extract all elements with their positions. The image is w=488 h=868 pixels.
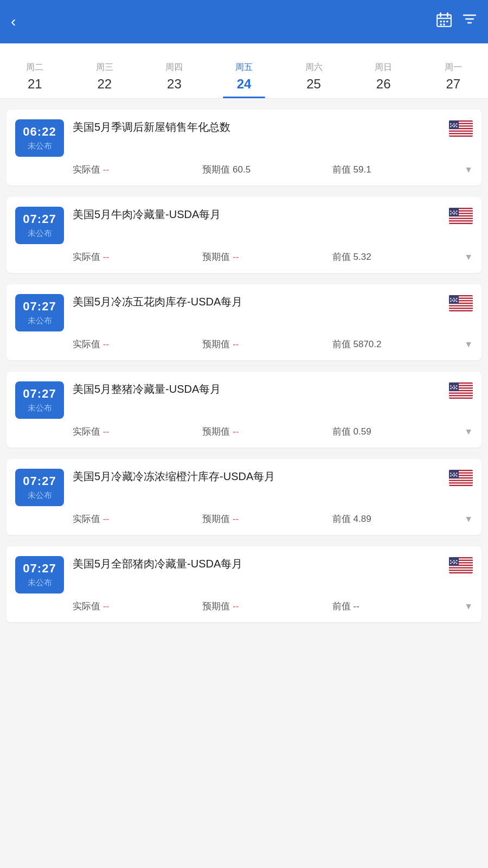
event-title-area: 美国5月冷藏冷冻浓缩橙汁库存-USDA每月 ★★★ ★★★ ★★ — [73, 469, 473, 486]
prev-value: 前值 -- — [332, 600, 462, 612]
us-flag-icon: ★★★ ★★★ ★★ — [449, 120, 473, 137]
event-card: 07:27 未公布 美国5月全部猪肉冷藏量-USDA每月 ★★★ ★★★ ★★ — [7, 546, 481, 622]
week-day-27[interactable]: 周一 27 — [418, 56, 488, 98]
us-flag-icon: ★★★ ★★★ ★★ — [449, 208, 473, 224]
event-status: 未公布 — [28, 403, 52, 413]
event-bottom: 实际值 -- 预期值 -- 前值 -- ▼ — [73, 600, 473, 612]
expected-value: 预期值 -- — [202, 425, 332, 438]
svg-rect-70 — [449, 571, 473, 572]
event-top: 07:27 未公布 美国5月冷藏冷冻浓缩橙汁库存-USDA每月 ★★★ ★★★ … — [15, 469, 473, 506]
event-status: 未公布 — [28, 490, 52, 501]
event-time-block: 07:27 未公布 — [15, 294, 64, 331]
actual-value: 实际值 -- — [73, 338, 202, 350]
expected-value: 预期值 -- — [202, 251, 332, 263]
event-card: 07:27 未公布 美国5月牛肉冷藏量-USDA每月 ★★★ ★★★ ★★ — [7, 197, 481, 273]
month-label — [0, 43, 488, 56]
day-name: 周六 — [305, 62, 323, 73]
day-name: 周日 — [375, 62, 392, 73]
event-time: 07:27 — [23, 474, 56, 488]
prev-value: 前值 0.59 — [332, 425, 462, 438]
dropdown-arrow-icon[interactable]: ▼ — [464, 340, 473, 349]
event-time: 07:27 — [23, 212, 56, 226]
us-flag-icon: ★★★ ★★★ ★★ — [449, 557, 473, 573]
event-card: 07:27 未公布 美国5月冷藏冷冻浓缩橙汁库存-USDA每月 ★★★ ★★★ … — [7, 459, 481, 535]
event-top: 07:27 未公布 美国5月牛肉冷藏量-USDA每月 ★★★ ★★★ ★★ — [15, 207, 473, 244]
event-title: 美国5月牛肉冷藏量-USDA每月 — [73, 207, 445, 222]
svg-rect-13 — [449, 129, 473, 130]
event-title: 美国5月季调后新屋销售年化总数 — [73, 119, 445, 135]
actual-value: 实际值 -- — [73, 251, 202, 263]
day-num: 25 — [306, 76, 321, 92]
day-num: 23 — [167, 76, 182, 92]
day-num: 22 — [98, 76, 112, 92]
back-button[interactable]: ‹ — [11, 13, 16, 30]
svg-rect-59 — [449, 483, 473, 484]
week-day-21[interactable]: 周二 21 — [0, 56, 70, 98]
svg-text:★★: ★★ — [451, 561, 457, 564]
svg-text:★★: ★★ — [451, 212, 457, 214]
calendar-icon[interactable] — [436, 12, 452, 32]
us-flag-icon: ★★★ ★★★ ★★ — [449, 295, 473, 311]
week-day-22[interactable]: 周三 22 — [70, 56, 140, 98]
dropdown-arrow-icon[interactable]: ▼ — [464, 514, 473, 524]
expected-value: 预期值 60.5 — [202, 163, 332, 176]
actual-value: 实际值 -- — [73, 600, 202, 612]
svg-rect-7 — [440, 23, 441, 25]
event-card: 07:27 未公布 美国5月整猪冷藏量-USDA每月 ★★★ ★★★ ★★ — [7, 372, 481, 448]
event-title: 美国5月全部猪肉冷藏量-USDA每月 — [73, 556, 445, 571]
event-time: 07:27 — [23, 561, 56, 576]
day-num: 27 — [446, 76, 460, 92]
svg-rect-36 — [449, 307, 473, 308]
svg-rect-68 — [449, 566, 473, 567]
week-day-25[interactable]: 周六 25 — [279, 56, 349, 98]
day-name: 周三 — [96, 62, 113, 73]
expected-value: 预期值 -- — [202, 338, 332, 350]
event-time-block: 06:22 未公布 — [15, 119, 64, 157]
event-time-block: 07:27 未公布 — [15, 207, 64, 244]
event-card: 07:27 未公布 美国5月冷冻五花肉库存-USDA每月 ★★★ ★★★ ★★ — [7, 284, 481, 360]
event-bottom: 实际值 -- 预期值 -- 前值 0.59 ▼ — [73, 425, 473, 438]
event-time-block: 07:27 未公布 — [15, 381, 64, 419]
event-title: 美国5月冷藏冷冻浓缩橙汁库存-USDA每月 — [73, 469, 445, 484]
us-flag-icon: ★★★ ★★★ ★★ — [449, 470, 473, 486]
svg-rect-37 — [449, 309, 473, 310]
expected-value: 预期值 -- — [202, 600, 332, 612]
prev-value: 前值 59.1 — [332, 163, 462, 176]
day-num: 26 — [376, 76, 391, 92]
svg-rect-47 — [449, 394, 473, 395]
dropdown-arrow-icon[interactable]: ▼ — [464, 602, 473, 611]
svg-rect-26 — [449, 221, 473, 222]
actual-value: 实际值 -- — [73, 163, 202, 176]
svg-rect-8 — [443, 23, 445, 25]
prev-value: 前值 5.32 — [332, 251, 462, 263]
event-time-block: 07:27 未公布 — [15, 556, 64, 593]
svg-rect-35 — [449, 304, 473, 305]
event-card: 06:22 未公布 美国5月季调后新屋销售年化总数 ★★★ ★★★ ★★ — [7, 110, 481, 186]
svg-rect-46 — [449, 391, 473, 392]
actual-value: 实际值 -- — [73, 513, 202, 525]
event-top: 06:22 未公布 美国5月季调后新屋销售年化总数 ★★★ ★★★ ★★ — [15, 119, 473, 157]
event-title-area: 美国5月冷冻五花肉库存-USDA每月 ★★★ ★★★ ★★ — [73, 294, 473, 311]
header: ‹ — [0, 0, 488, 43]
filter-icon[interactable] — [462, 12, 477, 32]
event-title-area: 美国5月牛肉冷藏量-USDA每月 ★★★ ★★★ ★★ — [73, 207, 473, 224]
event-title: 美国5月整猪冷藏量-USDA每月 — [73, 381, 445, 397]
event-bottom: 实际值 -- 预期值 -- 前值 4.89 ▼ — [73, 513, 473, 525]
dropdown-arrow-icon[interactable]: ▼ — [464, 252, 473, 262]
week-day-24[interactable]: 周五 24 — [209, 56, 279, 98]
event-status: 未公布 — [28, 578, 52, 588]
svg-rect-48 — [449, 396, 473, 397]
event-bottom: 实际值 -- 预期值 60.5 前值 59.1 ▼ — [73, 163, 473, 176]
event-time: 07:27 — [23, 387, 56, 401]
event-bottom: 实际值 -- 预期值 -- 前值 5.32 ▼ — [73, 251, 473, 263]
event-time: 07:27 — [23, 299, 56, 314]
dropdown-arrow-icon[interactable]: ▼ — [464, 427, 473, 437]
day-name: 周一 — [445, 62, 462, 73]
week-day-23[interactable]: 周四 23 — [139, 56, 209, 98]
week-day-26[interactable]: 周日 26 — [349, 56, 419, 98]
actual-value: 实际值 -- — [73, 425, 202, 438]
svg-rect-6 — [446, 21, 448, 22]
dropdown-arrow-icon[interactable]: ▼ — [464, 165, 473, 175]
event-status: 未公布 — [28, 228, 52, 239]
day-num: 24 — [237, 76, 252, 92]
